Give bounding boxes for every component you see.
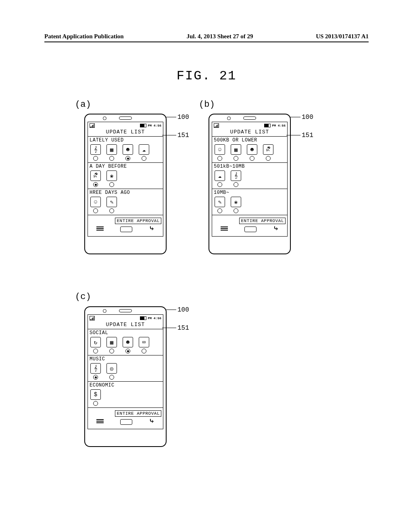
entire-approval-button[interactable]: ENTIRE APPROVAL: [115, 218, 161, 224]
app-item[interactable]: ▦: [106, 144, 117, 161]
contacts-icon: ❀: [106, 170, 117, 181]
app-item[interactable]: 𝄞: [90, 144, 101, 161]
app-item[interactable]: ☻: [123, 144, 133, 161]
radio[interactable]: [234, 156, 238, 161]
header-left: Patent Application Publication: [44, 33, 124, 40]
menu-icon[interactable]: [221, 227, 228, 231]
group-title: LATELY USED: [88, 137, 163, 143]
pencil-icon: ✎: [215, 197, 225, 207]
ref-lead: [162, 328, 176, 328]
radio[interactable]: [142, 156, 146, 161]
battery-icon: [140, 124, 146, 127]
radio[interactable]: [93, 208, 98, 213]
app-item[interactable]: ☁: [139, 144, 149, 161]
calendar-icon: ▦: [106, 337, 117, 347]
group: HREE DAYS AGO☺✎: [88, 189, 163, 215]
app-item[interactable]: ▦: [106, 337, 117, 353]
home-button[interactable]: [244, 227, 257, 232]
app-item[interactable]: ☺: [90, 197, 101, 213]
app-item[interactable]: ☺: [215, 144, 225, 161]
figure-title: FIG. 21: [0, 69, 413, 83]
group-title: A DAY BEFORE: [88, 163, 163, 170]
radio[interactable]: [109, 156, 114, 161]
nav-bar: ⤶: [88, 225, 163, 236]
music-note-icon: 𝄞: [90, 363, 101, 374]
radio[interactable]: [109, 375, 114, 380]
app-item[interactable]: ❀: [106, 170, 117, 187]
ref-151: 151: [302, 132, 313, 139]
screen: PM 4:56 UPDATE LIST SOCIAL↻▦☻∞MUSIC𝄞◎ECO…: [88, 314, 163, 429]
speaker-icon: [119, 309, 132, 312]
radio[interactable]: [234, 182, 238, 187]
radio[interactable]: [266, 156, 271, 161]
update-list-title: UPDATE LIST: [88, 321, 163, 329]
radio[interactable]: [93, 349, 98, 353]
app-item[interactable]: ☁: [215, 170, 225, 187]
phone-top: [85, 114, 166, 122]
car-icon: ⛐: [263, 144, 273, 155]
radio[interactable]: [109, 208, 114, 213]
status-bar: PM 4:56: [212, 122, 287, 128]
chat-icon: ☻: [123, 144, 133, 155]
camera-icon: [227, 116, 231, 120]
signal-icon: [90, 316, 95, 320]
app-item[interactable]: ☻: [247, 144, 257, 161]
app-item[interactable]: 𝄞: [231, 170, 241, 187]
radio[interactable]: [93, 182, 98, 187]
app-item[interactable]: ⛐: [90, 170, 101, 187]
radio[interactable]: [142, 349, 146, 353]
menu-icon[interactable]: [96, 419, 104, 423]
app-item[interactable]: ✎: [106, 197, 117, 213]
radio[interactable]: [217, 156, 222, 161]
ref-100: 100: [177, 306, 189, 314]
app-item[interactable]: ▦: [231, 144, 241, 161]
radio[interactable]: [109, 349, 114, 353]
home-button[interactable]: [120, 419, 132, 425]
camera-icon: [103, 116, 106, 120]
back-icon[interactable]: ⤶: [149, 419, 154, 424]
radio[interactable]: [125, 349, 130, 353]
app-item[interactable]: ☻: [123, 337, 133, 353]
app-item[interactable]: ❀: [231, 197, 241, 213]
back-icon[interactable]: ⤶: [149, 227, 154, 231]
chat-icon: ☻: [247, 144, 257, 155]
radio[interactable]: [93, 401, 98, 406]
ref-151: 151: [177, 132, 189, 139]
speaker-icon: [119, 116, 132, 120]
menu-icon[interactable]: [96, 227, 104, 231]
group: 500KB OR LOWER☺▦☻⛐: [212, 137, 287, 163]
app-item[interactable]: $: [90, 389, 101, 406]
status-time: PM 4:56: [272, 124, 286, 127]
radio[interactable]: [125, 156, 130, 161]
ref-100: 100: [177, 114, 189, 121]
back-icon[interactable]: ⤶: [273, 227, 279, 231]
app-item[interactable]: ↻: [90, 337, 101, 353]
radio[interactable]: [217, 182, 222, 187]
person-icon: ☺: [90, 197, 101, 207]
radio[interactable]: [250, 156, 254, 161]
radio[interactable]: [93, 375, 98, 380]
radio[interactable]: [93, 156, 98, 161]
entire-approval-button[interactable]: ENTIRE APPROVAL: [239, 218, 286, 224]
app-item[interactable]: 𝄞: [90, 363, 101, 380]
status-bar: PM 4:56: [88, 315, 163, 321]
app-item[interactable]: ⛐: [263, 144, 273, 161]
ref-lead: [286, 135, 300, 135]
app-item[interactable]: ∞: [139, 337, 149, 353]
speaker-icon: [243, 116, 256, 120]
app-item[interactable]: ✎: [215, 197, 225, 213]
home-button[interactable]: [120, 227, 132, 232]
group-title: SOCIAL: [88, 329, 163, 336]
screen: PM 4:56 UPDATE LIST 500KB OR LOWER☺▦☻⛐50…: [212, 122, 288, 237]
app-item[interactable]: ◎: [106, 363, 117, 380]
phone-c: PM 4:56 UPDATE LIST SOCIAL↻▦☻∞MUSIC𝄞◎ECO…: [84, 306, 167, 447]
radio[interactable]: [217, 208, 222, 213]
screen: PM 4:56 UPDATE LIST LATELY USED𝄞▦☻☁A DAY…: [88, 122, 163, 237]
music-note-icon: 𝄞: [90, 144, 101, 155]
entire-approval-button[interactable]: ENTIRE APPROVAL: [115, 410, 161, 417]
signal-icon: [90, 123, 95, 128]
battery-icon: [264, 124, 271, 127]
radio[interactable]: [234, 208, 238, 213]
header-right: US 2013/0174137 A1: [316, 33, 369, 40]
radio[interactable]: [109, 182, 114, 187]
